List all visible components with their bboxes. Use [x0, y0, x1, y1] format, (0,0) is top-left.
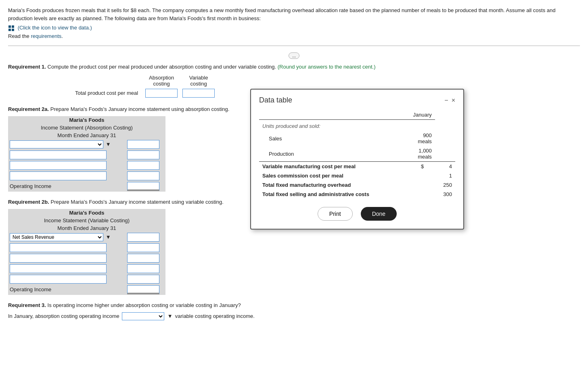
variable-col-header: Variable costing: [180, 74, 217, 88]
absorption-col-header: Absorption costing: [143, 74, 180, 88]
svg-rect-2: [8, 29, 11, 31]
absorption-op-income-input[interactable]: [127, 182, 159, 191]
variable-input-4[interactable]: [127, 264, 159, 273]
grid-icon: [8, 25, 15, 31]
absorption-op-income-label: Operating Income: [8, 181, 126, 192]
absorption-period: Month Ended January 31: [8, 132, 165, 139]
fixed-mfg-value: 250: [435, 180, 455, 190]
requirement-3-section: Requirement 3. Is operating income highe…: [8, 302, 580, 320]
total-product-cost-label: Total product cost per meal: [73, 88, 143, 99]
sales-comm-dollar: [410, 171, 435, 180]
absorption-dropdown-1[interactable]: Net Sales RevenueCost of Goods SoldGross…: [10, 140, 103, 148]
variable-dropdown-1[interactable]: Net Sales Revenue: [10, 233, 103, 241]
modal-footer: Print Done: [259, 207, 455, 221]
data-table: January Units produced and sold: Sales 9…: [259, 110, 455, 199]
section-units-label: Units produced and sold:: [259, 120, 455, 131]
sales-comm-row: Sales commission cost per meal 1: [259, 171, 455, 180]
svg-rect-3: [12, 29, 14, 31]
variable-op-income-label: Operating Income: [8, 284, 126, 295]
variable-op-income-input[interactable]: [127, 285, 159, 294]
modal-title: Data table: [259, 96, 292, 104]
sales-label: Sales: [259, 131, 410, 146]
variable-input-3[interactable]: [127, 254, 159, 263]
variable-company-name: Maria's Foods: [8, 209, 165, 217]
variable-input-1[interactable]: [127, 233, 159, 242]
var-mfg-label: Variable manufacturing cost per meal: [259, 162, 410, 171]
req3-answer-line: In January, absorption costing operating…: [8, 312, 580, 320]
absorption-stmt-type: Income Statement (Absorption Costing): [8, 124, 165, 132]
variable-row-5: [8, 274, 165, 284]
variable-op-income-row: Operating Income: [8, 284, 165, 295]
variable-stmt-type: Income Statement (Variable Costing): [8, 217, 165, 224]
close-button[interactable]: ×: [452, 97, 455, 104]
variable-row-1: Net Sales Revenue ▼: [8, 232, 165, 242]
req1-table: Absorption costing Variable costing Tota…: [73, 74, 217, 99]
variable-input-2[interactable]: [127, 243, 159, 252]
absorption-input-4[interactable]: [127, 171, 159, 180]
fixed-sell-label: Total fixed selling and administrative c…: [259, 190, 410, 199]
variable-label-4[interactable]: [10, 264, 107, 273]
variable-row-3: [8, 253, 165, 263]
requirements-link[interactable]: requirements: [31, 33, 61, 39]
absorption-row-1: Net Sales RevenueCost of Goods SoldGross…: [8, 139, 165, 150]
req1-title: Requirement 1. Compute the product cost …: [8, 64, 580, 70]
svg-rect-1: [12, 25, 14, 28]
fixed-mfg-row: Total fixed manufacturing overhead 250: [259, 180, 455, 190]
absorption-income-table: Maria's Foods Income Statement (Absorpti…: [8, 116, 165, 192]
minimize-button[interactable]: −: [444, 97, 448, 104]
variable-period: Month Ended January 31: [8, 224, 165, 232]
absorption-row-4: [8, 171, 165, 181]
modal-titlebar: Data table − ×: [259, 96, 455, 104]
req3-comparison-dropdown[interactable]: higher than lower than equal to: [122, 312, 164, 320]
fixed-sell-value: 300: [435, 190, 455, 199]
absorption-row-2: [8, 150, 165, 160]
variable-cost-input[interactable]: [182, 89, 215, 98]
sales-value: 900 meals: [410, 131, 435, 146]
var-mfg-row: Variable manufacturing cost per meal $ 4: [259, 162, 455, 171]
data-link[interactable]: (Click the icon to view the data.): [18, 25, 92, 31]
absorption-company-name: Maria's Foods: [8, 116, 165, 124]
variable-income-table: Maria's Foods Income Statement (Variable…: [8, 209, 165, 295]
data-table-empty-header: [259, 110, 410, 120]
sales-comm-label: Sales commission cost per meal: [259, 171, 410, 180]
var-mfg-dollar: $: [410, 162, 435, 171]
absorption-input-1[interactable]: [127, 140, 159, 149]
modal-controls: − ×: [444, 97, 455, 104]
fixed-sell-dollar: [410, 190, 435, 199]
req3-line-text: In January, absorption costing operating…: [8, 313, 119, 319]
variable-label-3[interactable]: [10, 254, 107, 263]
variable-label-5[interactable]: [10, 275, 107, 284]
req3-title: Requirement 3. Is operating income highe…: [8, 302, 580, 308]
data-table-col-header: January: [410, 110, 435, 120]
var-mfg-value: 4: [435, 162, 455, 171]
absorption-label-4[interactable]: [10, 171, 107, 180]
svg-rect-0: [8, 25, 11, 28]
done-button[interactable]: Done: [361, 207, 397, 221]
variable-row-4: [8, 263, 165, 274]
fixed-mfg-dollar: [410, 180, 435, 190]
absorption-input-3[interactable]: [127, 161, 159, 170]
production-label: Production: [259, 146, 410, 162]
absorption-label-2[interactable]: [10, 150, 107, 159]
req3-suffix: variable costing operating income.: [175, 313, 255, 319]
absorption-op-income-row: Operating Income: [8, 181, 165, 192]
production-value: 1,000 meals: [410, 146, 435, 162]
data-table-modal: Data table − × January Units produced an…: [250, 89, 464, 230]
section-divider: [8, 46, 580, 46]
intro-text: Maria's Foods produces frozen meals that…: [8, 7, 555, 21]
variable-label-2[interactable]: [10, 243, 107, 252]
variable-input-5[interactable]: [127, 275, 159, 284]
print-button[interactable]: Print: [318, 207, 353, 221]
intro-paragraph: Maria's Foods produces frozen meals that…: [8, 6, 565, 22]
sales-row: Sales 900 meals: [259, 131, 455, 146]
absorption-cost-input[interactable]: [145, 89, 178, 98]
read-requirements-line: Read the requirements.: [8, 33, 580, 39]
absorption-input-2[interactable]: [127, 150, 159, 159]
absorption-label-3[interactable]: [10, 161, 107, 170]
absorption-row-3: [8, 160, 165, 171]
units-section-label: Units produced and sold:: [259, 120, 435, 131]
collapse-button[interactable]: ...: [289, 52, 299, 59]
fixed-sell-row: Total fixed selling and administrative c…: [259, 190, 455, 199]
fixed-mfg-label: Total fixed manufacturing overhead: [259, 180, 410, 190]
variable-row-2: [8, 242, 165, 253]
